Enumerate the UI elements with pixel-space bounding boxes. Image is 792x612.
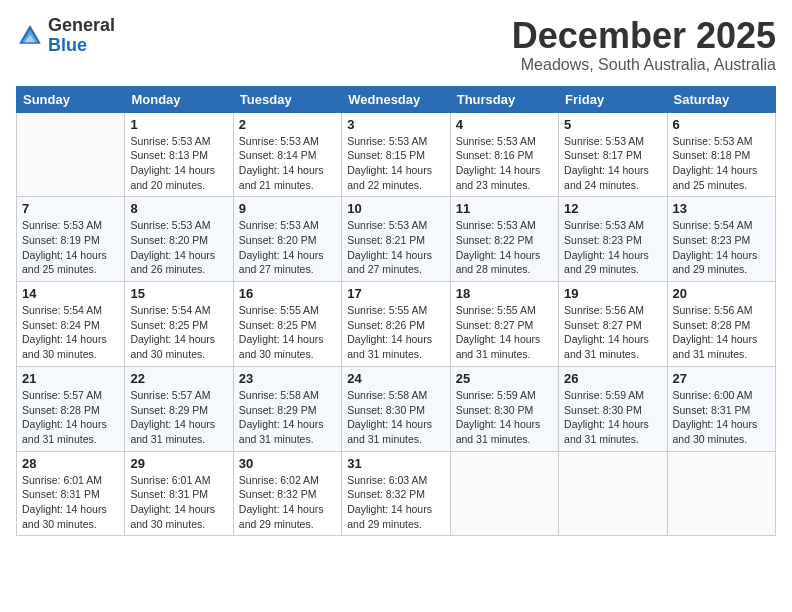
calendar-cell: 18Sunrise: 5:55 AM Sunset: 8:27 PM Dayli… xyxy=(450,282,558,367)
calendar-subtitle: Meadows, South Australia, Australia xyxy=(512,56,776,74)
calendar-cell: 22Sunrise: 5:57 AM Sunset: 8:29 PM Dayli… xyxy=(125,366,233,451)
day-number: 4 xyxy=(456,117,553,132)
calendar-cell: 15Sunrise: 5:54 AM Sunset: 8:25 PM Dayli… xyxy=(125,282,233,367)
calendar-cell: 30Sunrise: 6:02 AM Sunset: 8:32 PM Dayli… xyxy=(233,451,341,536)
weekday-header-saturday: Saturday xyxy=(667,86,775,112)
day-number: 29 xyxy=(130,456,227,471)
day-info: Sunrise: 5:53 AM Sunset: 8:15 PM Dayligh… xyxy=(347,134,444,193)
calendar-cell: 17Sunrise: 5:55 AM Sunset: 8:26 PM Dayli… xyxy=(342,282,450,367)
day-info: Sunrise: 5:53 AM Sunset: 8:23 PM Dayligh… xyxy=(564,218,661,277)
weekday-header-thursday: Thursday xyxy=(450,86,558,112)
day-info: Sunrise: 5:54 AM Sunset: 8:25 PM Dayligh… xyxy=(130,303,227,362)
calendar-cell: 19Sunrise: 5:56 AM Sunset: 8:27 PM Dayli… xyxy=(559,282,667,367)
day-info: Sunrise: 5:53 AM Sunset: 8:20 PM Dayligh… xyxy=(239,218,336,277)
day-info: Sunrise: 5:53 AM Sunset: 8:17 PM Dayligh… xyxy=(564,134,661,193)
day-info: Sunrise: 6:01 AM Sunset: 8:31 PM Dayligh… xyxy=(22,473,119,532)
weekday-header-sunday: Sunday xyxy=(17,86,125,112)
calendar-cell: 7Sunrise: 5:53 AM Sunset: 8:19 PM Daylig… xyxy=(17,197,125,282)
day-number: 2 xyxy=(239,117,336,132)
day-number: 12 xyxy=(564,201,661,216)
day-number: 21 xyxy=(22,371,119,386)
day-number: 31 xyxy=(347,456,444,471)
day-number: 20 xyxy=(673,286,770,301)
day-number: 23 xyxy=(239,371,336,386)
calendar-cell: 9Sunrise: 5:53 AM Sunset: 8:20 PM Daylig… xyxy=(233,197,341,282)
calendar-cell xyxy=(450,451,558,536)
logo-blue: Blue xyxy=(48,35,87,55)
calendar-cell: 20Sunrise: 5:56 AM Sunset: 8:28 PM Dayli… xyxy=(667,282,775,367)
day-info: Sunrise: 5:53 AM Sunset: 8:19 PM Dayligh… xyxy=(22,218,119,277)
day-number: 25 xyxy=(456,371,553,386)
week-row-3: 14Sunrise: 5:54 AM Sunset: 8:24 PM Dayli… xyxy=(17,282,776,367)
calendar-cell: 14Sunrise: 5:54 AM Sunset: 8:24 PM Dayli… xyxy=(17,282,125,367)
calendar-cell xyxy=(17,112,125,197)
calendar-cell: 31Sunrise: 6:03 AM Sunset: 8:32 PM Dayli… xyxy=(342,451,450,536)
day-number: 24 xyxy=(347,371,444,386)
calendar-cell: 6Sunrise: 5:53 AM Sunset: 8:18 PM Daylig… xyxy=(667,112,775,197)
weekday-header-row: SundayMondayTuesdayWednesdayThursdayFrid… xyxy=(17,86,776,112)
day-number: 10 xyxy=(347,201,444,216)
calendar-cell: 12Sunrise: 5:53 AM Sunset: 8:23 PM Dayli… xyxy=(559,197,667,282)
day-number: 7 xyxy=(22,201,119,216)
calendar-cell: 3Sunrise: 5:53 AM Sunset: 8:15 PM Daylig… xyxy=(342,112,450,197)
week-row-1: 1Sunrise: 5:53 AM Sunset: 8:13 PM Daylig… xyxy=(17,112,776,197)
calendar-cell: 11Sunrise: 5:53 AM Sunset: 8:22 PM Dayli… xyxy=(450,197,558,282)
day-number: 28 xyxy=(22,456,119,471)
calendar-cell: 13Sunrise: 5:54 AM Sunset: 8:23 PM Dayli… xyxy=(667,197,775,282)
calendar-cell: 8Sunrise: 5:53 AM Sunset: 8:20 PM Daylig… xyxy=(125,197,233,282)
day-number: 6 xyxy=(673,117,770,132)
day-number: 3 xyxy=(347,117,444,132)
weekday-header-monday: Monday xyxy=(125,86,233,112)
calendar-title: December 2025 xyxy=(512,16,776,56)
day-number: 18 xyxy=(456,286,553,301)
calendar-cell: 24Sunrise: 5:58 AM Sunset: 8:30 PM Dayli… xyxy=(342,366,450,451)
day-number: 9 xyxy=(239,201,336,216)
day-info: Sunrise: 5:54 AM Sunset: 8:23 PM Dayligh… xyxy=(673,218,770,277)
day-number: 5 xyxy=(564,117,661,132)
logo-general: General xyxy=(48,15,115,35)
day-number: 19 xyxy=(564,286,661,301)
calendar-cell xyxy=(559,451,667,536)
calendar-cell: 29Sunrise: 6:01 AM Sunset: 8:31 PM Dayli… xyxy=(125,451,233,536)
day-info: Sunrise: 6:03 AM Sunset: 8:32 PM Dayligh… xyxy=(347,473,444,532)
day-info: Sunrise: 6:02 AM Sunset: 8:32 PM Dayligh… xyxy=(239,473,336,532)
calendar-cell: 27Sunrise: 6:00 AM Sunset: 8:31 PM Dayli… xyxy=(667,366,775,451)
week-row-2: 7Sunrise: 5:53 AM Sunset: 8:19 PM Daylig… xyxy=(17,197,776,282)
logo: General Blue xyxy=(16,16,115,56)
day-info: Sunrise: 5:56 AM Sunset: 8:27 PM Dayligh… xyxy=(564,303,661,362)
day-info: Sunrise: 5:59 AM Sunset: 8:30 PM Dayligh… xyxy=(564,388,661,447)
calendar-cell: 16Sunrise: 5:55 AM Sunset: 8:25 PM Dayli… xyxy=(233,282,341,367)
logo-icon xyxy=(16,22,44,50)
day-info: Sunrise: 5:55 AM Sunset: 8:26 PM Dayligh… xyxy=(347,303,444,362)
week-row-4: 21Sunrise: 5:57 AM Sunset: 8:28 PM Dayli… xyxy=(17,366,776,451)
page-header: General Blue December 2025 Meadows, Sout… xyxy=(16,16,776,74)
calendar-cell: 23Sunrise: 5:58 AM Sunset: 8:29 PM Dayli… xyxy=(233,366,341,451)
day-info: Sunrise: 5:53 AM Sunset: 8:20 PM Dayligh… xyxy=(130,218,227,277)
calendar-cell: 4Sunrise: 5:53 AM Sunset: 8:16 PM Daylig… xyxy=(450,112,558,197)
weekday-header-wednesday: Wednesday xyxy=(342,86,450,112)
day-info: Sunrise: 5:58 AM Sunset: 8:29 PM Dayligh… xyxy=(239,388,336,447)
day-number: 8 xyxy=(130,201,227,216)
day-number: 15 xyxy=(130,286,227,301)
calendar-cell: 25Sunrise: 5:59 AM Sunset: 8:30 PM Dayli… xyxy=(450,366,558,451)
calendar-cell: 5Sunrise: 5:53 AM Sunset: 8:17 PM Daylig… xyxy=(559,112,667,197)
day-number: 30 xyxy=(239,456,336,471)
weekday-header-tuesday: Tuesday xyxy=(233,86,341,112)
logo-text: General Blue xyxy=(48,16,115,56)
day-info: Sunrise: 5:57 AM Sunset: 8:29 PM Dayligh… xyxy=(130,388,227,447)
day-info: Sunrise: 5:53 AM Sunset: 8:21 PM Dayligh… xyxy=(347,218,444,277)
day-number: 22 xyxy=(130,371,227,386)
weekday-header-friday: Friday xyxy=(559,86,667,112)
day-number: 1 xyxy=(130,117,227,132)
day-number: 27 xyxy=(673,371,770,386)
title-block: December 2025 Meadows, South Australia, … xyxy=(512,16,776,74)
day-info: Sunrise: 5:55 AM Sunset: 8:27 PM Dayligh… xyxy=(456,303,553,362)
calendar-cell: 28Sunrise: 6:01 AM Sunset: 8:31 PM Dayli… xyxy=(17,451,125,536)
day-number: 14 xyxy=(22,286,119,301)
day-info: Sunrise: 5:56 AM Sunset: 8:28 PM Dayligh… xyxy=(673,303,770,362)
calendar-cell: 1Sunrise: 5:53 AM Sunset: 8:13 PM Daylig… xyxy=(125,112,233,197)
day-info: Sunrise: 5:57 AM Sunset: 8:28 PM Dayligh… xyxy=(22,388,119,447)
day-number: 11 xyxy=(456,201,553,216)
day-info: Sunrise: 5:55 AM Sunset: 8:25 PM Dayligh… xyxy=(239,303,336,362)
week-row-5: 28Sunrise: 6:01 AM Sunset: 8:31 PM Dayli… xyxy=(17,451,776,536)
